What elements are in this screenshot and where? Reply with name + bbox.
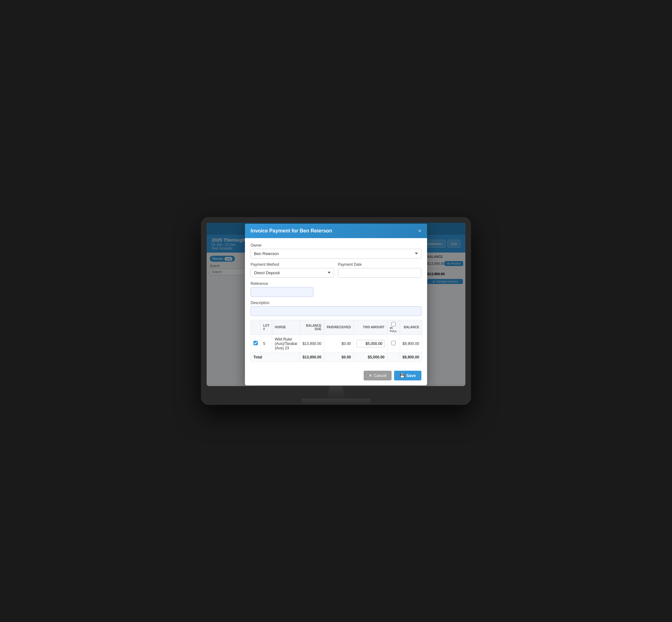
reference-input[interactable]: REF-001: [251, 287, 313, 297]
row-checkbox[interactable]: [253, 341, 258, 345]
save-icon: 💾: [400, 373, 405, 378]
in-full-header-checkbox[interactable]: [391, 322, 396, 326]
th-balance-due: BALANCE DUE: [300, 320, 324, 335]
modal-footer: ✕ Cancel 💾 Save: [245, 367, 427, 385]
payment-table-footer: Total $13,900.00 $0.00 $5,000.00 $8,900.…: [251, 352, 422, 361]
cancel-button[interactable]: ✕ Cancel: [364, 371, 391, 380]
stand-base: [302, 399, 370, 405]
row-paid: $0.00: [324, 335, 354, 352]
row-horse: Wild Ruler (Aus)/Tarabai (Aus) 23: [272, 335, 300, 352]
th-paid: PAID/RECEIVED: [324, 320, 354, 335]
footer-balance: $8,900.00: [400, 352, 422, 361]
modal-overlay: Invoice Payment for Ben Reierson × Owner…: [207, 223, 465, 386]
footer-paid: $0.00: [324, 352, 354, 361]
owner-group: Owner Ben Reierson: [251, 243, 421, 258]
payment-date-input[interactable]: 05/02/2025: [338, 268, 421, 278]
modal-close-button[interactable]: ×: [418, 228, 421, 234]
description-label: Description: [251, 301, 421, 305]
description-input[interactable]: Payment Received for Lot 5: [251, 306, 421, 316]
th-balance: BALANCE: [400, 320, 422, 335]
th-in-full: IN FULL: [387, 320, 400, 335]
payment-date-label: Payment Date: [338, 262, 421, 267]
modal-body: Owner Ben Reierson Payment Method Direct…: [245, 238, 427, 367]
screen: THOROUGHWORKS 2025 Thoroughworks 01 Jan …: [207, 223, 465, 386]
invoice-payment-modal: Invoice Payment for Ben Reierson × Owner…: [245, 224, 427, 385]
row-checkbox-cell: [251, 335, 261, 352]
times-icon: ✕: [369, 373, 372, 378]
row-balance-due: $13,900.00: [300, 335, 324, 352]
th-checkbox: [251, 320, 261, 335]
owner-label: Owner: [251, 243, 421, 247]
th-horse: HORSE: [272, 320, 300, 335]
save-button[interactable]: 💾 Save: [394, 371, 421, 380]
footer-this-amount: $5,000.00: [354, 352, 387, 361]
table-row: 5 Wild Ruler (Aus)/Tarabai (Aus) 23 $13,…: [251, 335, 422, 352]
footer-label: Total: [251, 352, 300, 361]
payment-table: LOT # HORSE BALANCE DUE PAID/RECEIVED TH…: [251, 320, 422, 362]
payment-method-select[interactable]: Direct DepositCashBank TransferCredit Ca…: [251, 268, 334, 278]
modal-header: Invoice Payment for Ben Reierson ×: [245, 224, 427, 238]
modal-title: Invoice Payment for Ben Reierson: [251, 228, 332, 234]
reference-group: Reference REF-001: [251, 281, 421, 297]
payment-date-group: Payment Date 05/02/2025: [338, 262, 421, 278]
row-in-full-cell: [387, 335, 400, 352]
th-lot: LOT #: [261, 320, 272, 335]
this-amount-input[interactable]: [356, 340, 385, 347]
row-in-full-checkbox[interactable]: [391, 341, 396, 345]
payment-method-label: Payment Method: [251, 262, 334, 267]
th-this-amount: THIS AMOUNT: [354, 320, 387, 335]
owner-select[interactable]: Ben Reierson: [251, 249, 421, 258]
payment-method-date-row: Payment Method Direct DepositCashBank Tr…: [251, 262, 421, 281]
reference-label: Reference: [251, 281, 421, 286]
description-group: Description Payment Received for Lot 5: [251, 301, 421, 316]
payment-method-group: Payment Method Direct DepositCashBank Tr…: [251, 262, 334, 278]
row-balance: $8,900.00: [400, 335, 422, 352]
row-lot: 5: [261, 335, 272, 352]
row-this-amount: [354, 335, 387, 352]
monitor-stand: [207, 386, 465, 405]
footer-balance-due: $13,900.00: [300, 352, 324, 361]
stand-neck: [320, 386, 352, 399]
payment-table-header: LOT # HORSE BALANCE DUE PAID/RECEIVED TH…: [251, 320, 422, 335]
